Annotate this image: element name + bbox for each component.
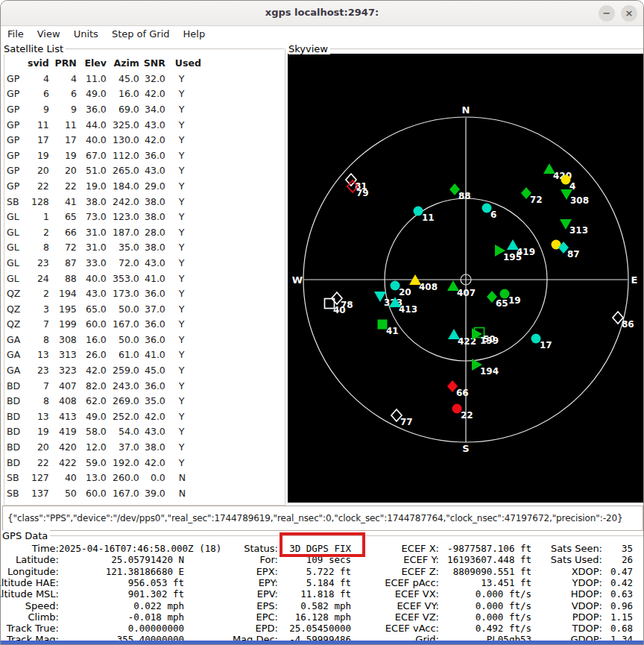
satellite-label: 66 [456, 388, 469, 398]
menu-view[interactable]: View [31, 27, 67, 40]
satellite-label: 87 [567, 249, 580, 259]
satellite-label: 194 [480, 366, 499, 377]
satellite-label: 408 [419, 282, 438, 292]
gps-value-climb: -0.018 mph [13, 611, 184, 623]
satellite-label: 88 [458, 191, 471, 201]
satellite-label: 22 [461, 410, 473, 421]
bottom-accent-strip [1, 641, 644, 644]
skyview-panel: NSWE817988116420472308313874191952040840… [288, 54, 644, 503]
frame-line [326, 48, 643, 49]
gps-value-altitude-msl: 901.302 ft [13, 588, 184, 600]
gps-value-epv: 11.818 ft [180, 588, 351, 600]
compass-south-label: S [462, 443, 469, 454]
satellite-label: 413 [399, 304, 417, 315]
satellite-label: 407 [457, 288, 476, 298]
satellite-label: 199 [480, 336, 499, 346]
satellite-label: 41 [386, 326, 399, 336]
frame-line [63, 48, 284, 49]
compass-west-label: W [292, 274, 303, 286]
minimize-button[interactable]: − [599, 5, 615, 22]
gps-value-altitude-hae: 956.053 ft [13, 577, 184, 588]
satellite-label: 17 [540, 340, 552, 350]
menu-help[interactable]: Help [177, 27, 212, 40]
satellite-label: 86 [622, 319, 634, 330]
status-highlight-box [280, 532, 365, 557]
gps-value-xdop: 0.47 [461, 566, 633, 577]
title-bar[interactable]: xgps localhost:2947: − × [1, 1, 643, 26]
xgps-window: xgps localhost:2947: − × FileViewUnitsSt… [0, 0, 644, 645]
satellite-label: 11 [422, 213, 435, 223]
gps-value-pdop: 1.15 [461, 611, 633, 623]
satellite-label: 20 [399, 287, 411, 298]
menu-step-of-grid[interactable]: Step of Grid [105, 27, 177, 40]
close-button[interactable]: × [621, 5, 637, 22]
gps-value-vdop: 0.96 [461, 600, 633, 611]
minimize-icon: − [603, 7, 611, 19]
menu-bar: FileViewUnitsStep of GridHelp [1, 26, 643, 43]
satellite-label: 78 [341, 300, 353, 310]
gps-value-tdop: 0.68 [461, 623, 633, 634]
gps-value-eps: 0.582 mph [180, 600, 351, 611]
satellite-label: 313 [569, 225, 588, 236]
satellite-label: 308 [570, 195, 589, 206]
menu-file[interactable]: File [1, 27, 31, 40]
gps-value-epd: 25.05450000 [180, 623, 351, 634]
satellite-label: 6 [490, 210, 496, 220]
gps-label-time: Time: [0, 543, 59, 554]
satellite-label: 19 [508, 295, 521, 306]
skyview-legend: Skyview [288, 43, 330, 54]
satellite-label: 72 [530, 195, 543, 205]
pps-json-text: {"class":"PPS","device":"/dev/pps0","rea… [3, 513, 623, 523]
satellite-label: 195 [503, 252, 522, 262]
gps-value-speed: 0.022 mph [13, 600, 184, 611]
satellite-label: 65 [496, 298, 508, 309]
gps-value-epy: 5.184 ft [180, 577, 351, 588]
gps-data-legend: GPS Data [2, 530, 50, 541]
gps-value-sats-used: 26 [461, 554, 633, 565]
pps-message-box: {"class":"PPS","device":"/dev/pps0","rea… [2, 506, 643, 531]
compass-north-label: N [462, 104, 470, 116]
gps-value-epc: 16.128 mph [180, 611, 351, 623]
satellite-label: 77 [400, 417, 413, 427]
menu-units[interactable]: Units [67, 27, 105, 40]
gps-value-latitude: 25.05791420 N [13, 554, 184, 565]
skyview-plot: NSWE817988116420472308313874191952040840… [288, 54, 644, 503]
gps-value-track-true: 0.00000000 [13, 623, 184, 634]
close-icon: × [625, 7, 634, 19]
satellite-list-legend: Satellite List [4, 43, 66, 54]
gps-value-sats-seen: 35 [461, 543, 633, 554]
gps-value-hdop: 0.63 [461, 588, 633, 600]
gps-value-ydop: 0.42 [461, 577, 633, 588]
satellite-label: 79 [356, 188, 369, 198]
gps-value-longitude: 121.38186680 E [13, 566, 184, 577]
compass-east-label: E [631, 274, 638, 286]
satellite-list-frame [4, 48, 285, 506]
window-title: xgps localhost:2947: [1, 7, 643, 18]
gps-value-epx: 5.722 ft [180, 566, 351, 577]
